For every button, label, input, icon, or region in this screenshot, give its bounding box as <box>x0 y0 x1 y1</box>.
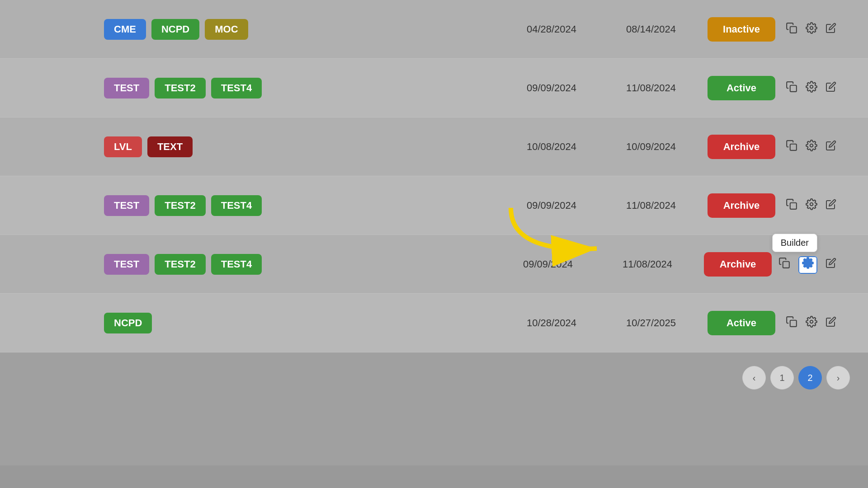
builder-icon-wrapper <box>806 198 817 213</box>
copy-icon[interactable] <box>786 81 797 95</box>
tag-badge[interactable]: TEST4 <box>211 78 262 99</box>
table-row: LVLTEXT10/08/202410/09/2024Archive <box>0 117 868 176</box>
status-cell: Archive <box>701 193 782 218</box>
page-1-button[interactable]: 1 <box>770 366 794 389</box>
tag-badge[interactable]: LVL <box>104 136 142 157</box>
svg-point-1 <box>810 26 813 29</box>
status-cell: Archive <box>697 252 778 277</box>
tag-badge[interactable]: TEST <box>104 78 149 99</box>
tag-badge[interactable]: CME <box>104 19 146 40</box>
svg-rect-4 <box>790 144 797 150</box>
svg-rect-8 <box>783 261 789 267</box>
actions-cell <box>782 81 854 95</box>
status-cell: Active <box>701 76 782 100</box>
svg-rect-10 <box>790 320 797 326</box>
svg-point-7 <box>810 202 813 206</box>
status-cell: Inactive <box>701 17 782 42</box>
builder-icon[interactable] <box>806 24 817 36</box>
bottom-bar <box>0 465 868 488</box>
tag-badge[interactable]: TEST <box>104 195 149 216</box>
status-badge[interactable]: Inactive <box>708 17 775 42</box>
status-badge[interactable]: Active <box>708 76 775 100</box>
builder-icon-wrapper: Builder <box>798 257 817 272</box>
tags-cell: TESTTEST2TEST4 <box>14 195 276 216</box>
tag-badge[interactable]: TEST4 <box>211 254 262 275</box>
actions-cell <box>782 198 854 213</box>
status-badge[interactable]: Archive <box>708 193 775 218</box>
svg-point-11 <box>810 320 813 323</box>
status-cell: Archive <box>701 135 782 159</box>
tag-badge[interactable]: TEST <box>104 254 149 275</box>
tag-badge[interactable]: TEXT <box>147 136 193 157</box>
tags-cell: TESTTEST2TEST4 <box>14 254 276 275</box>
builder-icon-wrapper <box>806 140 817 154</box>
edit-icon[interactable] <box>826 199 836 212</box>
actions-cell: Builder <box>778 257 854 272</box>
end-date: 08/14/2024 <box>601 23 701 35</box>
tag-badge[interactable]: TEST2 <box>155 78 205 99</box>
status-badge[interactable]: Archive <box>708 135 775 159</box>
end-date: 10/09/2024 <box>601 141 701 153</box>
actions-cell <box>782 22 854 37</box>
builder-icon[interactable] <box>806 318 817 330</box>
copy-icon[interactable] <box>786 22 797 37</box>
end-date: 11/08/2024 <box>601 200 701 211</box>
tag-badge[interactable]: TEST4 <box>211 195 262 216</box>
svg-rect-0 <box>790 26 797 33</box>
tag-badge[interactable]: MOC <box>205 19 248 40</box>
edit-icon[interactable] <box>826 81 836 95</box>
tags-cell: NCPD <box>14 313 276 333</box>
start-date: 09/09/2024 <box>502 82 601 94</box>
tags-cell: CMENCPDMOC <box>14 19 276 40</box>
builder-icon-wrapper <box>806 22 817 37</box>
copy-icon[interactable] <box>786 140 797 154</box>
page-2-button[interactable]: 2 <box>798 366 822 389</box>
tag-badge[interactable]: TEST2 <box>155 195 205 216</box>
status-badge[interactable]: Archive <box>704 252 772 277</box>
tag-badge[interactable]: NCPD <box>151 19 199 40</box>
builder-tooltip: Builder <box>772 234 817 252</box>
edit-icon[interactable] <box>826 23 836 36</box>
pagination: ‹12› <box>0 352 868 403</box>
builder-icon-wrapper <box>806 81 817 95</box>
prev-page-button[interactable]: ‹ <box>742 366 766 389</box>
builder-icon[interactable] <box>806 200 817 212</box>
status-cell: Active <box>701 311 782 335</box>
table-container: CMENCPDMOC04/28/202408/14/2024InactiveTE… <box>0 0 868 403</box>
table-row: TESTTEST2TEST409/09/202411/08/2024Active <box>0 59 868 117</box>
copy-icon[interactable] <box>786 316 797 330</box>
copy-icon[interactable] <box>786 198 797 213</box>
tag-badge[interactable]: TEST2 <box>155 254 205 275</box>
end-date: 11/08/2024 <box>601 82 701 94</box>
start-date: 09/09/2024 <box>502 200 601 211</box>
start-date: 10/28/2024 <box>502 317 601 329</box>
table-row: TESTTEST2TEST409/09/202411/08/2024Archiv… <box>0 235 868 294</box>
table-row: TESTTEST2TEST409/09/202411/08/2024Archiv… <box>0 176 868 235</box>
builder-icon[interactable] <box>798 256 817 274</box>
next-page-button[interactable]: › <box>826 366 850 389</box>
svg-rect-2 <box>790 85 797 91</box>
status-badge[interactable]: Active <box>708 311 775 335</box>
edit-icon[interactable] <box>826 258 836 271</box>
builder-icon-wrapper <box>806 316 817 330</box>
table-row: NCPD10/28/202410/27/2025Active <box>0 294 868 352</box>
actions-cell <box>782 140 854 154</box>
copy-icon[interactable] <box>778 257 790 272</box>
start-date: 04/28/2024 <box>502 23 601 35</box>
builder-icon[interactable] <box>806 83 817 95</box>
end-date: 10/27/2025 <box>601 317 701 329</box>
start-date: 09/09/2024 <box>498 258 598 270</box>
svg-point-5 <box>810 144 813 147</box>
tag-badge[interactable]: NCPD <box>104 313 152 333</box>
tags-cell: LVLTEXT <box>14 136 276 157</box>
svg-point-3 <box>810 85 813 88</box>
actions-cell <box>782 316 854 330</box>
edit-icon[interactable] <box>826 316 836 330</box>
end-date: 11/08/2024 <box>598 258 697 270</box>
edit-icon[interactable] <box>826 140 836 154</box>
builder-icon[interactable] <box>806 141 817 154</box>
start-date: 10/08/2024 <box>502 141 601 153</box>
tags-cell: TESTTEST2TEST4 <box>14 78 276 99</box>
svg-rect-6 <box>790 202 797 209</box>
table-row: CMENCPDMOC04/28/202408/14/2024Inactive <box>0 0 868 59</box>
